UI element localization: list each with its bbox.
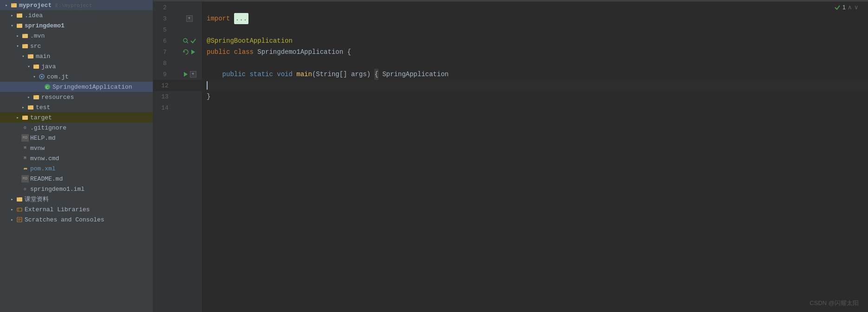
kw-static-9: static: [249, 69, 273, 80]
fold-icon-3[interactable]: +: [186, 15, 193, 22]
sidebar-item-mvnw[interactable]: M mvnw: [0, 143, 153, 153]
svg-rect-26: [17, 208, 22, 211]
run-icons-9: +: [183, 71, 196, 78]
folder-icon-mvn: [21, 32, 29, 39]
sidebar-item-springdemo1[interactable]: springdemo1: [0, 20, 153, 31]
line-12: 12: [153, 80, 176, 91]
sidebar-item-target[interactable]: target: [0, 112, 153, 123]
linenum-12: 12: [161, 82, 169, 89]
svg-rect-1: [11, 3, 13, 4]
svg-marker-34: [191, 50, 195, 54]
cursor: [207, 81, 208, 90]
line-8: 8: [153, 58, 176, 69]
svg-rect-7: [22, 34, 25, 35]
line-3: 3: [153, 13, 176, 24]
search-icon-6[interactable]: [183, 38, 189, 44]
code-line-9: public static void main ( String [] args…: [207, 69, 868, 80]
sidebar-item-springdemo1app[interactable]: C Springdemo1Application: [0, 82, 153, 92]
svg-rect-21: [28, 105, 30, 106]
gutter-icons-col: + +: [176, 2, 202, 312]
sidebar-item-mvn[interactable]: .mvn: [0, 31, 153, 41]
keyword-import: import: [207, 13, 230, 24]
indicator-down: ∨: [854, 4, 859, 11]
package-icon-comjt: [38, 73, 46, 80]
sidebar-item-helpmd[interactable]: MD HELP.md: [0, 133, 153, 143]
sidebar-item-readmemd[interactable]: MD README.md: [0, 174, 153, 184]
folder-icon-main: [27, 52, 34, 60]
sidebar-item-iml[interactable]: ⚙ springdemo1.iml: [0, 184, 153, 194]
kw-public-9: public: [222, 69, 246, 80]
play-icon-9[interactable]: [183, 71, 189, 78]
gutter-line-12: [176, 80, 202, 91]
top-right-indicator: 1 ∧ ∨: [834, 4, 859, 11]
linenum-13: 13: [161, 93, 169, 100]
arrow-mvn: [15, 33, 20, 39]
label-springdemo1app: Springdemo1Application: [52, 84, 132, 91]
sidebar-item-java[interactable]: java: [0, 61, 153, 72]
method-main-9: main: [296, 69, 312, 80]
linenum-9: 9: [163, 71, 167, 78]
folder-icon: [10, 1, 18, 9]
sidebar-label-myproject: myproject E:\myproject: [19, 2, 92, 9]
check-icon-6[interactable]: [190, 38, 196, 44]
git-icon: ⚙: [21, 124, 29, 131]
folder-icon-src: [21, 42, 29, 50]
sidebar-item-test[interactable]: test: [0, 102, 153, 112]
mvnwcmd-icon: M: [21, 155, 29, 162]
sidebar-item-idea[interactable]: .idea: [0, 10, 153, 20]
linenum-14: 14: [161, 104, 169, 111]
play-icon-7[interactable]: [190, 49, 196, 55]
label-comjt: com.jt: [47, 73, 69, 80]
line-6: 6: [153, 35, 176, 46]
arrow-myproject: [4, 2, 9, 8]
svg-rect-23: [22, 116, 25, 117]
line-7: 7: [153, 46, 176, 58]
arrow-test: [20, 104, 26, 110]
code-line-5: [207, 24, 868, 35]
linenum-8: 8: [163, 60, 167, 67]
indicator-up: ∧: [848, 4, 852, 11]
gutter-line-14: [176, 102, 202, 113]
sidebar-item-comjt[interactable]: com.jt: [0, 72, 153, 82]
gutter-line-8: [176, 58, 202, 69]
folded-import[interactable]: ...: [234, 13, 248, 24]
sidebar-item-extlibs[interactable]: External Libraries: [0, 204, 153, 214]
svg-point-15: [41, 76, 43, 78]
code-editor[interactable]: 2 3 5 6 7 8 9 12 13 14 +: [153, 2, 868, 312]
svg-point-32: [183, 39, 187, 42]
md-icon: MD: [21, 134, 29, 142]
fold-icon-9[interactable]: +: [190, 71, 196, 78]
label-gitignore: .gitignore: [30, 124, 66, 131]
label-helpmd: HELP.md: [30, 135, 56, 142]
linenum-7: 7: [163, 49, 167, 56]
bracket-open-9: {: [374, 69, 378, 80]
kw-class-7: class: [234, 46, 254, 58]
code-line-3: import ...: [207, 13, 868, 24]
sidebar-item-ketang[interactable]: 课堂资料: [0, 194, 153, 204]
sidebar-item-scratches[interactable]: Scratches and Consoles: [0, 214, 153, 225]
sidebar-item-main[interactable]: main: [0, 51, 153, 61]
arrow-comjt: [32, 74, 37, 79]
sidebar-item-myproject[interactable]: myproject E:\myproject: [0, 0, 153, 10]
code-line-6: @SpringBootApplication: [207, 35, 868, 46]
watermark: CSDN @闪耀太阳: [809, 299, 859, 307]
reload-icon-7[interactable]: [183, 49, 189, 55]
sidebar-item-gitignore[interactable]: ⚙ .gitignore: [0, 123, 153, 133]
gutter-line-6: [176, 35, 202, 46]
label-idea: .idea: [25, 12, 43, 19]
sidebar-item-mvnwcmd[interactable]: M mvnw.cmd: [0, 153, 153, 163]
svg-rect-19: [33, 95, 36, 96]
label-mvnw: mvnw: [30, 145, 45, 152]
arrow-springdemo1: [9, 23, 15, 28]
sidebar-item-resources[interactable]: resources: [0, 92, 153, 102]
project-sidebar: myproject E:\myproject .idea springdemo1…: [0, 0, 153, 312]
mvnw-icon: M: [21, 144, 29, 152]
classname-7: Springdemo1Application: [257, 46, 343, 58]
closing-brace-13: }: [207, 91, 210, 102]
folder-icon-springdemo1: [16, 22, 23, 29]
sidebar-item-pomxml[interactable]: 𝓂 pom.xml: [0, 163, 153, 174]
code-content[interactable]: import ... @SpringBootApplication public…: [202, 2, 868, 312]
linenum-2: 2: [163, 4, 167, 11]
spring-icon-app: C: [44, 83, 51, 91]
sidebar-item-src[interactable]: src: [0, 41, 153, 51]
